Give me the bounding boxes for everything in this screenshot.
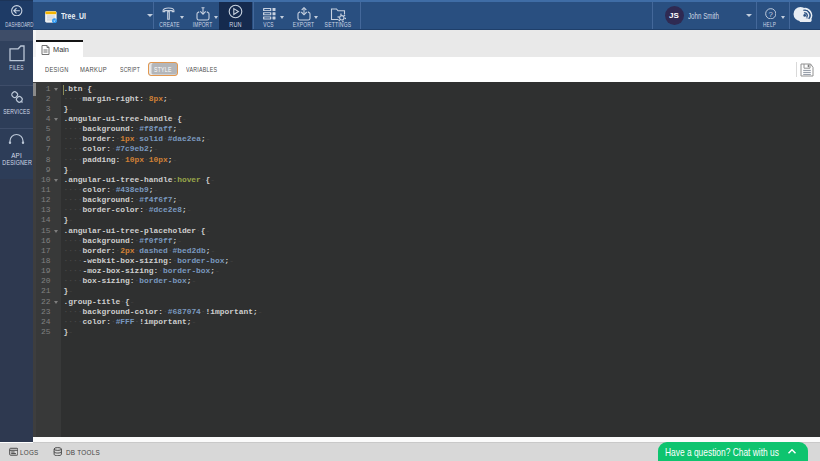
svg-text:?: ? bbox=[768, 9, 773, 18]
